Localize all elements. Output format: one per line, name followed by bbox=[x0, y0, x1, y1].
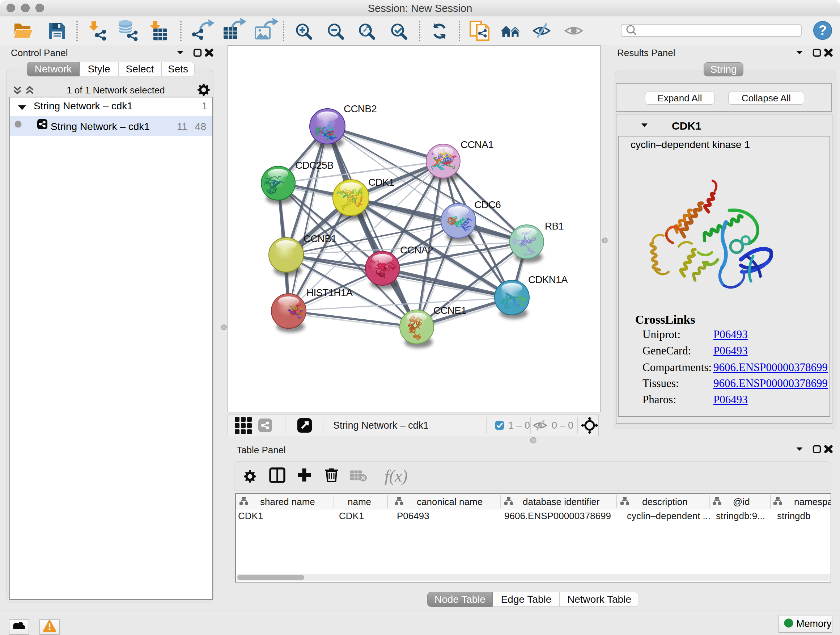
svg-text:CCNA2: CCNA2 bbox=[400, 244, 433, 256]
svg-text:HIST1H1A: HIST1H1A bbox=[306, 287, 353, 298]
svg-text:CDK1: CDK1 bbox=[368, 177, 394, 188]
svg-text:CDC6: CDC6 bbox=[474, 199, 501, 211]
svg-text:CDC25B: CDC25B bbox=[295, 160, 333, 171]
svg-text:RB1: RB1 bbox=[545, 220, 564, 232]
svg-text:CCNB2: CCNB2 bbox=[344, 103, 377, 114]
svg-text:CCNE1: CCNE1 bbox=[433, 305, 466, 316]
svg-text:CDKN1A: CDKN1A bbox=[528, 274, 568, 285]
svg-text:CCNA1: CCNA1 bbox=[461, 139, 493, 150]
svg-text:CCNB1: CCNB1 bbox=[303, 233, 336, 244]
